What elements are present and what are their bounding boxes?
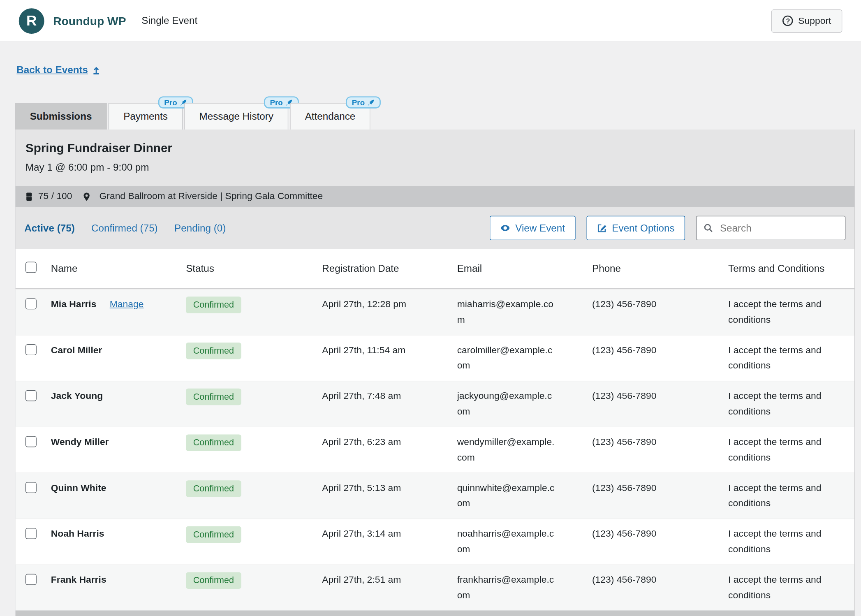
- row-checkbox[interactable]: [25, 528, 37, 539]
- back-link-row: Back to Events: [16, 64, 861, 76]
- row-checkbox[interactable]: [25, 482, 37, 493]
- search-icon: [704, 223, 713, 233]
- event-location: Grand Ballroom at Riverside | Spring Gal…: [100, 191, 323, 202]
- registration-date: April 27th, 7:48 am: [322, 389, 457, 404]
- attendee-name: Mia Harris: [51, 299, 97, 310]
- status-badge: Confirmed: [186, 296, 241, 313]
- column-header-status: Status: [186, 263, 322, 274]
- attendee-phone: (123) 456-7890: [592, 296, 728, 312]
- pro-badge: Pro: [346, 96, 381, 109]
- top-bar: R Roundup WP Single Event ? Support: [0, 0, 861, 42]
- status-badge: Confirmed: [186, 343, 241, 359]
- back-to-events-label: Back to Events: [16, 64, 88, 76]
- location-pin-icon: [82, 192, 92, 201]
- attendee-phone: (123) 456-7890: [592, 480, 728, 496]
- registration-date: April 27th, 2:51 am: [322, 572, 457, 588]
- tab-message-history[interactable]: Message History Pro: [184, 103, 288, 130]
- event-datetime: May 1 @ 6:00 pm - 9:00 pm: [25, 160, 845, 174]
- capacity-count: 75 / 100: [38, 191, 72, 202]
- column-header-name: Name: [51, 263, 186, 274]
- row-checkbox[interactable]: [25, 574, 37, 585]
- filter-confirmed[interactable]: Confirmed (75): [91, 222, 158, 234]
- terms-text: I accept the terms and conditions: [728, 572, 842, 603]
- column-header-terms: Terms and Conditions: [728, 263, 854, 274]
- terms-text: I accept the terms and conditions: [728, 526, 842, 557]
- attendee-name: Quinn White: [51, 483, 106, 493]
- attendee-name: Carol Miller: [51, 345, 102, 355]
- pro-badge-label: Pro: [164, 98, 177, 107]
- table-row: Frank HarrisConfirmedApril 27th, 2:51 am…: [16, 565, 854, 611]
- attendee-email: frankharris@example.com: [457, 572, 556, 603]
- back-to-events-link[interactable]: Back to Events: [16, 64, 101, 76]
- attendee-phone: (123) 456-7890: [592, 343, 728, 358]
- table-body: Mia HarrisManageConfirmedApril 27th, 12:…: [16, 289, 854, 611]
- attendee-phone: (123) 456-7890: [592, 526, 728, 542]
- attendee-email: miaharris@example.com: [457, 296, 556, 327]
- tab-label: Payments: [123, 111, 168, 122]
- column-header-phone: Phone: [592, 263, 728, 274]
- question-icon: ?: [783, 16, 794, 26]
- table-footer-partial: [16, 610, 854, 616]
- tab-label: Attendance: [305, 111, 356, 122]
- registration-date: April 27th, 12:28 pm: [322, 296, 457, 312]
- pro-badge-label: Pro: [270, 98, 282, 107]
- filter-bar: Active (75) Confirmed (75) Pending (0) V…: [16, 207, 854, 249]
- attendee-phone: (123) 456-7890: [592, 389, 728, 404]
- terms-text: I accept the terms and conditions: [728, 343, 842, 373]
- pro-badge-label: Pro: [352, 98, 365, 107]
- tab-label: Submissions: [30, 111, 92, 122]
- attendee-name: Noah Harris: [51, 528, 104, 539]
- row-checkbox[interactable]: [25, 344, 37, 355]
- status-badge: Confirmed: [186, 480, 241, 497]
- event-panel: Spring Fundraiser Dinner May 1 @ 6:00 pm…: [15, 130, 855, 616]
- support-button[interactable]: ? Support: [772, 9, 842, 32]
- tab-attendance[interactable]: Attendance Pro: [290, 103, 370, 130]
- event-header: Spring Fundraiser Dinner May 1 @ 6:00 pm…: [16, 130, 854, 186]
- app-root: R Roundup WP Single Event ? Support Back…: [0, 0, 861, 616]
- tab-submissions[interactable]: Submissions: [15, 103, 106, 130]
- view-event-label: View Event: [515, 222, 565, 234]
- attendee-phone: (123) 456-7890: [592, 434, 728, 450]
- row-checkbox[interactable]: [25, 390, 37, 401]
- registration-date: April 27th, 11:54 am: [322, 343, 457, 358]
- attendee-email: wendymiller@example.com: [457, 434, 556, 465]
- filter-active[interactable]: Active (75): [24, 222, 75, 234]
- eye-icon: [500, 223, 510, 233]
- select-all-checkbox[interactable]: [25, 262, 37, 273]
- attendee-email: carolmiller@example.com: [457, 343, 556, 373]
- row-checkbox[interactable]: [25, 298, 37, 309]
- attendee-email: jackyoung@example.com: [457, 389, 556, 419]
- column-header-registration-date: Registration Date: [322, 263, 457, 274]
- attendee-name: Jack Young: [51, 391, 103, 401]
- terms-text: I accept the terms and conditions: [728, 480, 842, 511]
- row-checkbox[interactable]: [25, 436, 37, 447]
- attendee-phone: (123) 456-7890: [592, 572, 728, 588]
- rocket-icon: [368, 99, 375, 106]
- tab-label: Message History: [199, 111, 273, 122]
- tab-payments[interactable]: Payments Pro: [109, 103, 183, 130]
- brand-name: Roundup WP: [53, 14, 126, 27]
- table-header: Name Status Registration Date Email Phon…: [16, 249, 854, 289]
- status-badge: Confirmed: [186, 526, 241, 543]
- event-options-label: Event Options: [612, 222, 674, 234]
- event-options-button[interactable]: Event Options: [586, 216, 685, 240]
- status-badge: Confirmed: [186, 572, 241, 589]
- attendee-name: Frank Harris: [51, 574, 106, 585]
- registration-date: April 27th, 6:23 am: [322, 434, 457, 450]
- edit-icon: [597, 223, 607, 233]
- tab-bar: Submissions Payments Pro Message History…: [0, 103, 861, 130]
- status-badge: Confirmed: [186, 389, 241, 405]
- table-row: Noah HarrisConfirmedApril 27th, 3:14 amn…: [16, 519, 854, 565]
- search-box: [696, 216, 845, 240]
- table-row: Wendy MillerConfirmedApril 27th, 6:23 am…: [16, 427, 854, 473]
- view-event-button[interactable]: View Event: [490, 216, 575, 240]
- attendee-email: noahharris@example.com: [457, 526, 556, 557]
- filter-pending[interactable]: Pending (0): [174, 222, 226, 234]
- table-row: Quinn WhiteConfirmedApril 27th, 5:13 amq…: [16, 472, 854, 519]
- event-meta-bar: 75 / 100 Grand Ballroom at Riverside | S…: [16, 186, 854, 207]
- table-row: Mia HarrisManageConfirmedApril 27th, 12:…: [16, 289, 854, 335]
- event-title: Spring Fundraiser Dinner: [25, 141, 845, 156]
- search-input[interactable]: [696, 216, 845, 240]
- manage-link[interactable]: Manage: [110, 299, 144, 310]
- column-header-email: Email: [457, 263, 592, 274]
